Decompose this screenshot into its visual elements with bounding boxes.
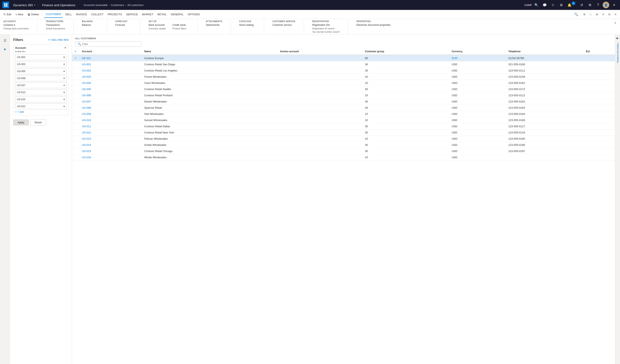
settings-button[interactable]: ⚙ — [558, 1, 565, 9]
breadcrumb-item-3[interactable]: All customers — [127, 3, 143, 7]
table-row[interactable]: US-015 Contoso Retail Chicago 30 USD 123… — [72, 148, 615, 154]
table-row[interactable]: US-004 Cave Wholesales 10 USD 123-555-01… — [72, 80, 615, 86]
table-row[interactable]: US-009 Owl Wholesales 10 USD 123-555-016… — [72, 111, 615, 117]
hamburger-menu-icon[interactable]: ☰ — [1, 36, 9, 45]
th-ext[interactable]: Ext — [583, 48, 615, 55]
command-search-icon[interactable]: 🔍 — [573, 12, 580, 16]
tab-retail[interactable]: RETAIL — [156, 11, 168, 18]
row-account[interactable]: US-003 — [79, 74, 142, 80]
ribbon-item-tax-exempt[interactable]: Tax exempt number search — [312, 30, 340, 33]
right-panel-label[interactable]: Related information — [617, 43, 619, 63]
row-account[interactable]: US-006 — [79, 92, 142, 99]
table-row[interactable]: US-005 Contoso Retail Seattle 30 USD 123… — [72, 86, 615, 92]
table-row[interactable]: US-016 Whale Wholesales 10 USD — [72, 154, 615, 160]
tab-customer[interactable]: CUSTOMER — [44, 11, 63, 18]
row-account[interactable]: US-012 — [79, 130, 142, 136]
settings-gear-icon[interactable]: ⚙ — [582, 12, 587, 17]
ribbon-item-bank-accounts[interactable]: Bank accounts — [149, 23, 166, 27]
tab-service[interactable]: SERVICE — [124, 11, 140, 18]
settings-icon[interactable]: ⚙ — [558, 1, 565, 9]
ribbon-item-product-filters[interactable]: Product filters — [172, 27, 189, 30]
filter-sidebar-icon[interactable]: ▼ — [1, 45, 9, 54]
ribbon-item-electronic-doc[interactable]: Electronic document properties — [356, 23, 390, 27]
filter-field-close-icon[interactable]: ✕ — [64, 46, 67, 49]
filter-value-select[interactable]: US-008▾ — [15, 75, 67, 81]
filter-value-select[interactable]: US-012▾ — [15, 103, 67, 109]
tab-projects[interactable]: PROJECTS — [106, 11, 124, 18]
delete-button[interactable]: 🗑 Delete — [26, 11, 41, 18]
office-icon[interactable]: □ — [588, 12, 593, 17]
row-account[interactable]: US-001 — [79, 61, 142, 68]
breadcrumb-item-2[interactable]: Customers — [111, 3, 124, 7]
ribbon-item-balance[interactable]: Balance — [82, 23, 98, 27]
row-account[interactable]: US-015 — [79, 148, 142, 154]
tab-sell[interactable]: SELL — [63, 11, 73, 18]
search-input[interactable] — [82, 43, 139, 46]
row-account[interactable]: US-011 — [79, 123, 142, 130]
th-currency[interactable]: Currency — [449, 48, 506, 55]
apply-button[interactable]: Apply — [13, 119, 29, 125]
row-account[interactable]: DE-001 — [79, 55, 142, 61]
row-account[interactable]: US-009 — [79, 111, 142, 117]
open-in-new-icon[interactable]: ⧉ — [586, 1, 593, 9]
ribbon-item-contacts[interactable]: Contacts ▾ — [3, 23, 29, 27]
row-account[interactable]: US-013 — [79, 136, 142, 142]
ribbon-item-change-party[interactable]: Change party association — [3, 27, 29, 30]
help-icon[interactable]: ? — [594, 1, 602, 9]
th-invoice-account[interactable]: Invoice account — [278, 48, 362, 55]
tab-collect[interactable]: COLLECT — [90, 11, 105, 18]
ribbon-item-attachments[interactable]: Attachments — [206, 23, 222, 27]
ribbon-item-registration-ids[interactable]: Registration IDs — [312, 23, 340, 27]
search-icon[interactable]: 🔍 — [533, 1, 540, 9]
row-account[interactable]: US-007 — [79, 99, 142, 105]
row-account[interactable]: US-010 — [79, 117, 142, 123]
table-row[interactable]: ✓ DE-001 Contoso Europe 90 EUR 01234 567… — [72, 55, 615, 61]
tab-options[interactable]: OPTIONS — [186, 11, 202, 18]
table-row[interactable]: US-002 Contoso Retail Los Angeles 30 USD… — [72, 68, 615, 74]
table-row[interactable]: US-011 Contoso Retail Dallas 30 USD 123-… — [72, 123, 615, 130]
ribbon-item-registration-id-search[interactable]: Registration ID search — [312, 27, 340, 30]
new-window-icon[interactable]: ⊞ — [594, 12, 600, 17]
ribbon-item-forecast[interactable]: Forecast — [115, 23, 132, 27]
table-row[interactable]: US-012 Contoso Retail New York 30 USD 12… — [72, 130, 615, 136]
th-telephone[interactable]: Telephone — [506, 48, 583, 55]
row-account[interactable]: US-008 — [79, 105, 142, 111]
ribbon-item-send-catalog[interactable]: Send catalog — [239, 23, 256, 27]
new-button[interactable]: + New — [14, 11, 25, 18]
filter-value-select[interactable]: US-027▾ — [15, 82, 67, 88]
ribbon-item-global-transactions[interactable]: Global transactions — [46, 27, 65, 30]
expand-icon[interactable]: ⧉ — [606, 12, 612, 17]
filter-value-select[interactable]: US-013▾ — [15, 89, 67, 95]
table-row[interactable]: US-003 Forest Wholesales 10 USD 123-555-… — [72, 74, 615, 80]
table-row[interactable]: US-001 Contoso Retail San Diego 30 USD 3… — [72, 61, 615, 68]
ribbon-item-summary-update[interactable]: Summary update — [149, 27, 166, 30]
close-button[interactable]: ✕ — [611, 2, 618, 8]
row-account[interactable]: US-004 — [79, 80, 142, 86]
table-row[interactable]: US-010 Sunset Wholesales 10 USD 123-555-… — [72, 117, 615, 123]
refresh-cmd-icon[interactable]: ↺ — [600, 12, 606, 17]
table-row[interactable]: US-014 Grebe Wholesales 30 USD 123-555-0… — [72, 142, 615, 148]
th-name[interactable]: Name — [142, 48, 278, 55]
row-account[interactable]: US-002 — [79, 68, 142, 74]
add-filter-field-button[interactable]: + + Add a filter field — [48, 38, 68, 41]
smiley-icon[interactable]: ☺ — [549, 1, 557, 9]
th-account[interactable]: Account ↑ — [79, 48, 142, 55]
ribbon-item-credit-cards[interactable]: Credit cards — [172, 23, 189, 27]
close-cmd-icon[interactable]: ✕ — [613, 12, 618, 17]
reset-button[interactable]: Reset — [31, 119, 46, 125]
row-account[interactable]: US-016 — [79, 154, 142, 160]
ribbon-collapse-button[interactable]: ▴ — [614, 20, 617, 25]
tab-invoice[interactable]: INVOICE — [74, 11, 89, 18]
table-row[interactable]: US-007 Desert Wholesales 30 USD 123-555-… — [72, 99, 615, 105]
filter-value-select[interactable]: US-002▾ — [15, 54, 67, 60]
filter-field-operator[interactable]: is one of ▾ — [15, 50, 67, 53]
tab-market[interactable]: MARKET — [140, 11, 155, 18]
chat-icon[interactable]: 💬 — [541, 1, 548, 9]
filter-value-select[interactable]: US-003▾ — [15, 61, 67, 67]
refresh-icon[interactable]: ↺ — [578, 1, 585, 9]
brand-title[interactable]: Dynamics 365 ▾ — [11, 3, 38, 7]
ribbon-item-transactions[interactable]: Transactions — [46, 23, 65, 27]
tab-general[interactable]: GENERAL — [169, 11, 185, 18]
row-account[interactable]: US-005 — [79, 86, 142, 92]
add-filter-value-button[interactable]: + + Add — [15, 111, 24, 113]
